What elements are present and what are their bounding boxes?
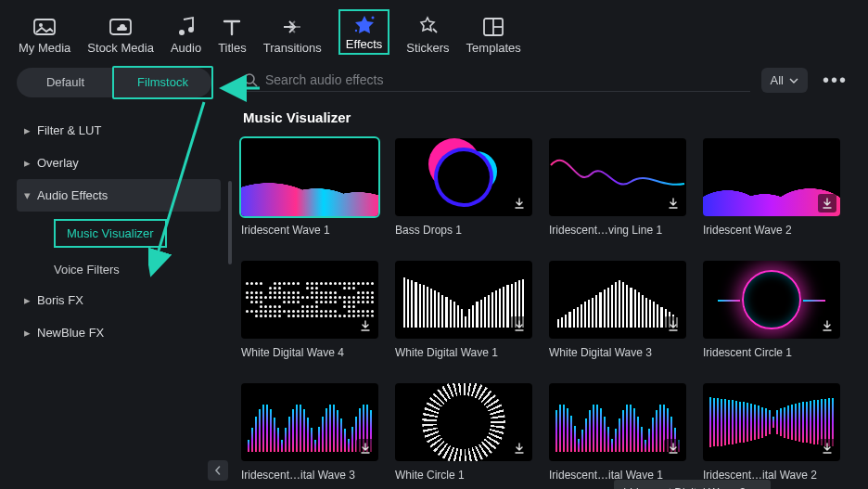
svg-point-5: [371, 17, 374, 19]
download-icon[interactable]: [664, 194, 683, 212]
download-icon[interactable]: [510, 439, 529, 457]
T-icon: [222, 15, 242, 39]
topnav-my-media[interactable]: My Media: [19, 15, 70, 55]
effect-label: Bass Drops 1: [395, 224, 532, 237]
effect-card[interactable]: White Circle 1: [395, 383, 532, 482]
collapse-sidebar-button[interactable]: [208, 460, 228, 481]
effect-card[interactable]: Bass Drops 1: [395, 138, 532, 237]
trans-icon: [280, 15, 304, 39]
search-input[interactable]: Search audio effects: [241, 69, 750, 92]
effect-card[interactable]: Iridescent Circle 1: [703, 261, 840, 359]
effect-label: Iridescent…ving Line 1: [549, 224, 686, 237]
effect-label: Iridescent…ital Wave 1: [549, 469, 686, 482]
effect-thumbnail[interactable]: [703, 383, 840, 461]
topnav-label: Templates: [466, 41, 521, 55]
caret-right-icon: ▸: [24, 156, 37, 170]
template-icon: [482, 15, 504, 39]
download-icon[interactable]: [356, 316, 375, 335]
download-icon[interactable]: [818, 316, 836, 335]
category-label: Boris FX: [37, 293, 83, 307]
effect-thumbnail[interactable]: [241, 383, 378, 461]
topnav-templates[interactable]: Templates: [466, 15, 521, 55]
source-tabs: Default Filmstock: [17, 68, 211, 97]
sidebar: Default Filmstock ▸Filter & LUT▸Overlay▾…: [0, 60, 232, 489]
effect-thumbnail[interactable]: [549, 261, 686, 339]
download-icon[interactable]: [818, 439, 836, 457]
note-icon: [176, 15, 197, 39]
download-icon[interactable]: [510, 194, 529, 212]
effect-card[interactable]: Iridescent…ital Wave 3: [241, 383, 378, 482]
effect-thumbnail[interactable]: [395, 383, 532, 461]
download-icon[interactable]: [664, 316, 683, 335]
category-boris-fx[interactable]: ▸Boris FX: [17, 284, 221, 316]
effect-card[interactable]: Iridescent…ital Wave 1: [549, 383, 686, 482]
svg-point-1: [39, 23, 43, 27]
download-icon[interactable]: [818, 194, 836, 212]
effect-label: White Circle 1: [395, 469, 532, 482]
topnav-stock-media[interactable]: Stock Media: [87, 15, 154, 55]
topnav-label: Titles: [218, 41, 247, 55]
effect-thumbnail[interactable]: [549, 138, 686, 216]
effect-thumbnail[interactable]: [241, 138, 378, 216]
download-icon[interactable]: [664, 439, 683, 457]
topnav-label: Audio: [171, 41, 201, 55]
category-label: Overlay: [37, 156, 79, 170]
tab-filmstock[interactable]: Filmstock: [114, 68, 211, 97]
effect-thumbnail[interactable]: [395, 261, 532, 339]
star-icon: [352, 13, 377, 37]
effect-thumbnail[interactable]: [703, 138, 840, 216]
effect-label: Iridescent…ital Wave 2: [703, 469, 840, 482]
caret-right-icon: ▸: [24, 326, 37, 340]
svg-point-6: [354, 30, 356, 32]
effect-thumbnail[interactable]: [549, 383, 686, 461]
tab-default[interactable]: Default: [17, 68, 114, 97]
category-newblue-fx[interactable]: ▸NewBlue FX: [17, 316, 221, 349]
subcategory-music-visualizer[interactable]: Music Visualizer: [17, 212, 221, 255]
effect-card[interactable]: Iridescent Wave 2: [703, 138, 840, 237]
topnav-effects[interactable]: Effects: [338, 9, 390, 55]
subcategory-voice-filters[interactable]: Voice Filters: [17, 255, 221, 284]
category-overlay[interactable]: ▸Overlay: [17, 147, 221, 179]
effect-thumbnail[interactable]: [395, 138, 532, 216]
svg-point-3: [179, 30, 185, 35]
effect-card[interactable]: Iridescent Wave 1: [241, 138, 378, 237]
subcategory-label: Voice Filters: [54, 263, 120, 277]
topnav-transitions[interactable]: Transitions: [263, 15, 322, 55]
effect-label: Iridescent Wave 1: [241, 224, 378, 237]
content-panel: Search audio effects All ••• Music Visua…: [232, 60, 868, 489]
topnav-stickers[interactable]: Stickers: [406, 15, 449, 55]
effect-thumbnail[interactable]: [241, 261, 378, 339]
chevron-down-icon: [789, 76, 798, 85]
effect-card[interactable]: White Digital Wave 4: [241, 261, 378, 359]
filter-dropdown[interactable]: All: [761, 68, 808, 93]
category-filter-lut[interactable]: ▸Filter & LUT: [17, 114, 221, 147]
more-button[interactable]: •••: [819, 70, 851, 91]
category-audio-effects[interactable]: ▾Audio Effects: [17, 179, 221, 212]
caret-down-icon: ▾: [24, 188, 37, 202]
filter-label: All: [771, 73, 784, 87]
download-icon[interactable]: [510, 316, 529, 335]
download-icon[interactable]: [356, 439, 375, 457]
effect-label: White Digital Wave 1: [395, 346, 532, 359]
effect-card[interactable]: Iridescent…ving Line 1: [549, 138, 686, 237]
effect-thumbnail[interactable]: [703, 261, 840, 339]
svg-line-11: [253, 83, 257, 86]
effect-label: White Digital Wave 4: [241, 346, 378, 359]
topnav-label: Transitions: [263, 41, 322, 55]
topnav-audio[interactable]: Audio: [171, 15, 201, 55]
effect-label: Iridescent Wave 2: [703, 224, 840, 237]
search-placeholder: Search audio effects: [265, 72, 383, 87]
category-label: Filter & LUT: [37, 123, 101, 137]
svg-point-10: [245, 74, 254, 84]
topnav-titles[interactable]: Titles: [218, 15, 247, 55]
effect-card[interactable]: White Digital Wave 1: [395, 261, 532, 359]
cloud-icon: [108, 15, 133, 39]
top-nav: My MediaStock MediaAudioTitlesTransition…: [0, 0, 868, 60]
sticker-icon: [416, 15, 439, 39]
effect-card[interactable]: Iridescent…ital Wave 2: [703, 383, 840, 482]
category-label: NewBlue FX: [37, 326, 104, 340]
caret-right-icon: ▸: [24, 123, 37, 137]
topnav-label: Stickers: [406, 41, 449, 55]
effect-card[interactable]: White Digital Wave 3: [549, 261, 686, 359]
subcategory-label: Music Visualizer: [54, 219, 167, 248]
